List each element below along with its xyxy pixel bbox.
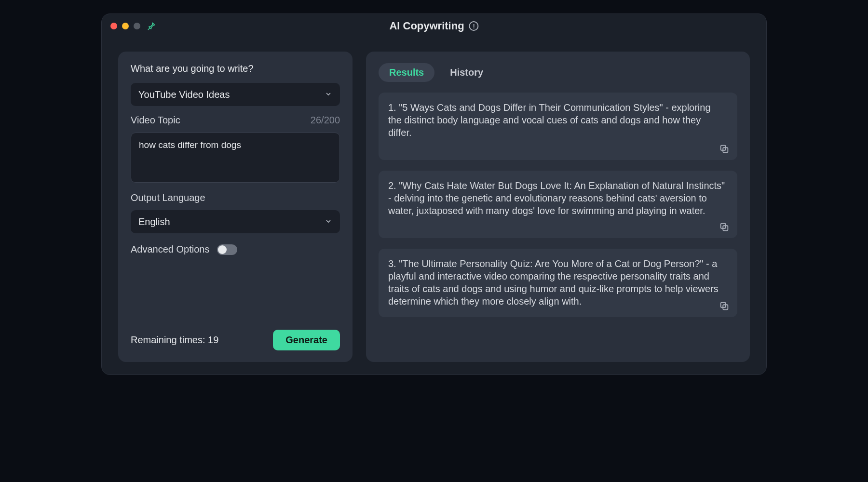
copy-icon[interactable]	[719, 301, 730, 311]
pin-icon[interactable]	[147, 22, 156, 30]
tab-history[interactable]: History	[439, 63, 494, 82]
topic-input[interactable]	[131, 133, 340, 183]
info-icon[interactable]: !	[469, 21, 479, 31]
close-window-button[interactable]	[110, 23, 117, 29]
advanced-options-label: Advanced Options	[131, 244, 209, 255]
template-selected-value: YouTube Video Ideas	[138, 89, 230, 100]
language-select[interactable]: English	[131, 210, 340, 233]
chevron-down-icon	[325, 89, 332, 100]
window-controls	[110, 23, 140, 29]
result-text: 3. "The Ultimate Personality Quiz: Are Y…	[388, 257, 728, 310]
result-item: 3. "The Ultimate Personality Quiz: Are Y…	[379, 249, 737, 317]
copy-icon[interactable]	[719, 222, 730, 232]
output-tabs: Results History	[379, 63, 737, 82]
main-body: What are you going to write? YouTube Vid…	[102, 38, 766, 375]
result-text: 2. "Why Cats Hate Water But Dogs Love It…	[388, 179, 728, 231]
output-panel: Results History 1. "5 Ways Cats and Dogs…	[366, 52, 750, 362]
result-text: 1. "5 Ways Cats and Dogs Differ in Their…	[388, 101, 728, 153]
maximize-window-button[interactable]	[134, 23, 140, 29]
copy-icon[interactable]	[719, 144, 730, 154]
page-title: AI Copywriting	[389, 20, 464, 32]
topic-label: Video Topic	[131, 115, 180, 126]
language-selected-value: English	[138, 216, 170, 228]
topic-char-counter: 26/200	[311, 115, 340, 126]
chevron-down-icon	[325, 216, 332, 228]
prompt-label: What are you going to write?	[131, 63, 340, 74]
remaining-count: Remaining times: 19	[131, 335, 218, 346]
generate-button[interactable]: Generate	[273, 330, 340, 350]
results-list: 1. "5 Ways Cats and Dogs Differ in Their…	[379, 93, 737, 350]
tab-results[interactable]: Results	[379, 63, 434, 82]
input-panel: What are you going to write? YouTube Vid…	[118, 52, 353, 362]
template-select[interactable]: YouTube Video Ideas	[131, 83, 340, 106]
titlebar: AI Copywriting !	[102, 14, 766, 38]
minimize-window-button[interactable]	[122, 23, 129, 29]
advanced-options-toggle[interactable]	[217, 244, 237, 255]
app-window: AI Copywriting ! What are you going to w…	[101, 13, 767, 375]
result-item: 2. "Why Cats Hate Water But Dogs Love It…	[379, 171, 737, 238]
result-item: 1. "5 Ways Cats and Dogs Differ in Their…	[379, 93, 737, 160]
language-label: Output Language	[131, 192, 340, 203]
